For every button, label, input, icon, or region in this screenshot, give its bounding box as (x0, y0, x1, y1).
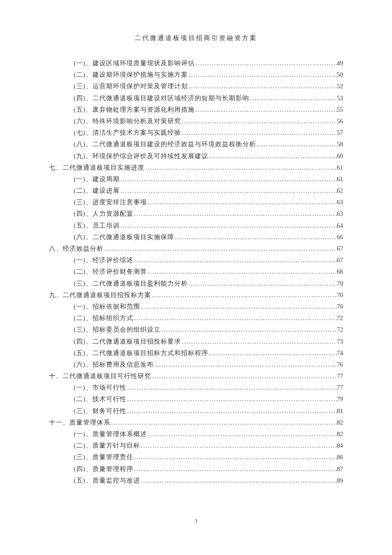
toc-entry: (三)、二代微通道板项目盈利能力分析70 (49, 278, 343, 289)
toc-entry: (五)、废弃物处理方案与资源化利用措施55 (49, 104, 343, 116)
toc-entry: (二)、经济评价财务测算68 (49, 266, 343, 278)
toc-leader-dots (181, 127, 337, 139)
toc-leader-dots (127, 382, 337, 393)
toc-leader-dots (133, 463, 337, 475)
toc-entry-page: 87 (337, 463, 343, 475)
toc-entry-label: (二)、经济评价财务测算 (74, 266, 147, 278)
toc-entry-page: 68 (337, 266, 343, 278)
toc-entry-label: (六)、特殊环境影响分析及对策研究 (74, 116, 181, 127)
toc-entry-label: (四)、二代微通道板项目招投标要求 (74, 336, 181, 347)
toc-entry-label: 九、二代微通道板项目招投标方案 (49, 289, 151, 301)
toc-entry-page: 89 (337, 475, 343, 486)
toc-leader-dots (161, 324, 337, 335)
toc-entry: 十、二代微通道板项目可行性研究77 (49, 370, 343, 382)
toc-entry-page: 49 (337, 58, 343, 69)
toc-entry-page: 63 (337, 208, 343, 220)
toc-entry: (三)、质量管理责任86 (49, 451, 343, 463)
toc-leader-dots (147, 428, 337, 440)
toc-entry-page: 60 (337, 150, 343, 162)
toc-entry: (三)、进度安排注意事项63 (49, 197, 343, 208)
toc-entry-page: 70 (337, 278, 343, 289)
toc-entry: (九)、环境保护综合评价及可持续性发展建议60 (49, 150, 343, 162)
toc-entry-page: 67 (337, 254, 343, 266)
toc-entry-label: 七、二代微通道板项目实施进度 (49, 162, 144, 173)
toc-leader-dots (151, 289, 337, 301)
toc-leader-dots (188, 69, 337, 81)
toc-entry: (四)、质量管理程序87 (49, 463, 343, 475)
toc-entry-page: 70 (337, 301, 343, 312)
toc-leader-dots (120, 185, 337, 197)
toc-entry-page: 82 (337, 417, 343, 428)
toc-entry: (三)、运营期环境保护对策及管理计划52 (49, 81, 343, 92)
toc-entry: (一)、招标依据和范围70 (49, 301, 343, 312)
toc-leader-dots (133, 208, 337, 220)
toc-entry-page: 57 (337, 127, 343, 139)
toc-entry: 十一、质量管理体系82 (49, 417, 343, 428)
toc-entry-page: 58 (337, 139, 343, 150)
toc-entry-page: 77 (337, 370, 343, 382)
toc-entry-label: (一)、经济评价综述 (74, 254, 133, 266)
toc-entry: (二)、技术可行性79 (49, 393, 343, 405)
toc-leader-dots (188, 81, 337, 92)
toc-entry-label: (三)、运营期环境保护对策及管理计划 (74, 81, 188, 92)
toc-leader-dots (249, 92, 337, 104)
toc-entry-page: 56 (337, 116, 343, 127)
toc-entry-label: (一)、招标依据和范围 (74, 301, 140, 312)
toc-entry-label: (一)、质量管理体系概述 (74, 428, 147, 440)
toc-entry: 九、二代微通道板项目招投标方案70 (49, 289, 343, 301)
toc-leader-dots (140, 301, 337, 312)
toc-entry-label: (三)、招标委员会的组织设立 (74, 324, 161, 335)
toc-entry-label: (六)、二代微通道板项目实施保障 (74, 231, 174, 243)
toc-entry-page: 84 (337, 440, 343, 451)
toc-entry-label: (四)、质量管理程序 (74, 463, 133, 475)
toc-entry: (四)、二代微通道板项目招投标要求73 (49, 336, 343, 347)
toc-entry: 八、经济效益分析67 (49, 243, 343, 254)
toc-leader-dots (147, 197, 337, 208)
toc-entry: (六)、特殊环境影响分析及对策研究56 (49, 116, 343, 127)
toc-entry: (一)、质量管理体系概述82 (49, 428, 343, 440)
toc-leader-dots (133, 312, 337, 324)
toc-leader-dots (140, 440, 337, 451)
toc-entry-page: 72 (337, 312, 343, 324)
toc-entry: (五)、员工培训64 (49, 220, 343, 231)
toc-entry-label: (一)、建设区域环境质量现状及影响评估 (74, 58, 195, 69)
toc-leader-dots (188, 278, 337, 289)
toc-leader-dots (181, 336, 337, 347)
toc-entry-page: 66 (337, 231, 343, 243)
toc-leader-dots (147, 266, 337, 278)
table-of-contents: (一)、建设区域环境质量现状及影响评估49(二)、建设期环境保护措施与实施方案5… (49, 58, 343, 486)
toc-entry-label: (五)、员工培训 (74, 220, 120, 231)
toc-entry-page: 62 (337, 185, 343, 197)
toc-entry-label: 十、二代微通道板项目可行性研究 (49, 370, 151, 382)
toc-entry-page: 53 (337, 92, 343, 104)
toc-entry-page: 76 (337, 359, 343, 370)
toc-entry-page: 77 (337, 382, 343, 393)
document-page: 二代微通道板项目招商引资融资方案 (一)、建设区域环境质量现状及影响评估49(二… (0, 0, 392, 486)
toc-leader-dots (208, 150, 337, 162)
toc-leader-dots (195, 104, 337, 116)
toc-entry: (三)、财务可行性81 (49, 405, 343, 417)
toc-entry-label: (五)、质量监控与改进 (74, 475, 140, 486)
toc-entry-label: (一)、建设周期 (74, 173, 120, 185)
toc-entry-page: 61 (337, 162, 343, 173)
toc-entry: (八)、二代微通道板项目建设的经济效益与环境效益权衡分析58 (49, 139, 343, 150)
toc-entry: (六)、二代微通道板项目实施保障66 (49, 231, 343, 243)
toc-entry-page: 64 (337, 220, 343, 231)
toc-leader-dots (154, 359, 337, 370)
toc-entry-label: (八)、二代微通道板项目建设的经济效益与环境效益权衡分析 (74, 139, 256, 150)
toc-entry-label: (二)、建设期环境保护措施与实施方案 (74, 69, 188, 81)
toc-entry-page: 73 (337, 336, 343, 347)
toc-entry-label: (四)、二代微通道板项目建设对区域经济的短期与长期影响 (74, 92, 249, 104)
toc-entry-label: (二)、招标组织方式 (74, 312, 133, 324)
toc-entry: (六)、招标费用及信息发布76 (49, 359, 343, 370)
toc-entry-label: (二)、技术可行性 (74, 393, 127, 405)
toc-entry: (一)、经济评价综述67 (49, 254, 343, 266)
toc-entry-label: 十一、质量管理体系 (49, 417, 110, 428)
toc-entry: (二)、建设进展62 (49, 185, 343, 197)
toc-entry-label: (五)、废弃物处理方案与资源化利用措施 (74, 104, 195, 116)
toc-entry-label: (七)、清洁生产技术方案与实践经验 (74, 127, 181, 139)
toc-entry: (二)、招标组织方式72 (49, 312, 343, 324)
toc-leader-dots (110, 417, 337, 428)
toc-entry-label: (五)、二代微通道板项目招标方式和招标程序 (74, 347, 208, 359)
toc-leader-dots (127, 405, 337, 417)
